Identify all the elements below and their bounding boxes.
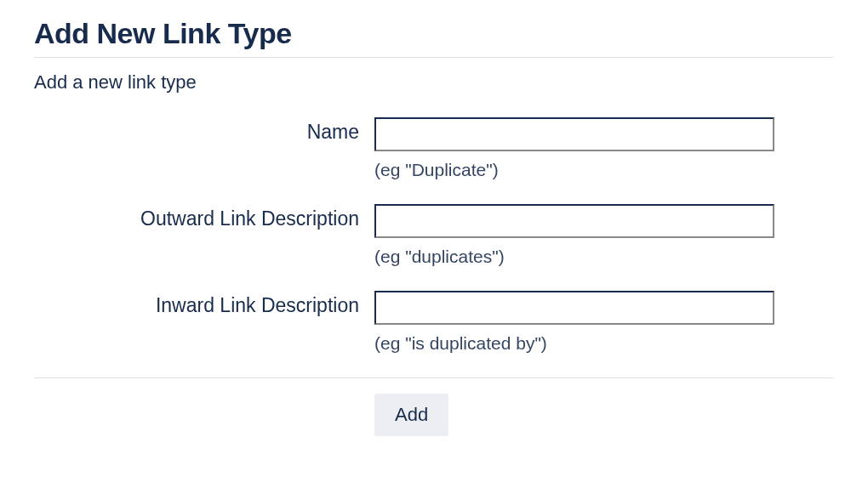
title-divider xyxy=(34,57,834,58)
form-row-inward: Inward Link Description (eg "is duplicat… xyxy=(34,291,834,354)
page-title: Add New Link Type xyxy=(34,17,834,57)
outward-hint: (eg "duplicates") xyxy=(374,247,774,267)
name-hint: (eg "Duplicate") xyxy=(374,160,774,180)
outward-label: Outward Link Description xyxy=(34,204,374,230)
inward-label: Inward Link Description xyxy=(34,291,374,317)
form-row-outward: Outward Link Description (eg "duplicates… xyxy=(34,204,834,267)
name-label: Name xyxy=(34,117,374,144)
add-button[interactable]: Add xyxy=(374,394,448,436)
button-row: Add xyxy=(34,394,834,436)
inward-hint: (eg "is duplicated by") xyxy=(374,333,774,354)
name-input[interactable] xyxy=(374,117,774,151)
form-row-name: Name (eg "Duplicate") xyxy=(34,117,834,180)
inward-input[interactable] xyxy=(374,291,774,325)
page-subtitle: Add a new link type xyxy=(34,71,834,94)
outward-input[interactable] xyxy=(374,204,774,238)
form-divider xyxy=(34,377,834,378)
